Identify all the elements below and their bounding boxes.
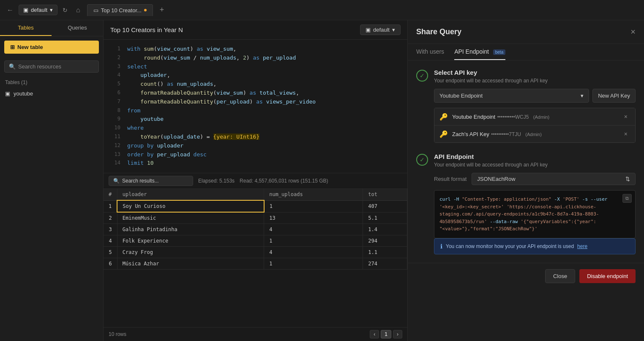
new-table-icon: ⊞ (10, 44, 15, 50)
cell-uploader: Galinha Pintadinha (117, 224, 264, 235)
new-api-key-button[interactable]: New API Key (592, 89, 636, 103)
search-resources-input[interactable]: 🔍 Search resources (4, 60, 99, 73)
share-body: ✓ Select API key Your endpoint will be a… (408, 60, 644, 263)
key-secret-zach: ••••••••••7TJU (491, 131, 521, 137)
share-title: Share Query (416, 27, 461, 36)
code-line-7: 7 formatReadableQuantity(per_upload) as … (104, 98, 407, 106)
share-panel-close-button[interactable]: × (630, 27, 636, 37)
api-key-select[interactable]: Youtube Endpoint ▾ (434, 89, 589, 103)
info-banner: ℹ You can now monitor how your your API … (434, 238, 636, 254)
code-line-13: 13 order by per_upload desc (104, 150, 407, 159)
curl-command-block: ⧉ curl -H "Content-Type: application/jso… (434, 190, 636, 238)
close-footer-button[interactable]: Close (545, 269, 575, 283)
selected-key-label: Youtube Endpoint (439, 93, 483, 99)
query-tab[interactable]: ▭ Top 10 Creator... (87, 4, 153, 16)
code-line-2: 2 round(view_sum / num_uploads, 2) as pe… (104, 54, 407, 63)
table-row[interactable]: 3 Galinha Pintadinha 4 1.4 (104, 224, 407, 235)
key-icon: 🔑 (439, 113, 448, 121)
info-link[interactable]: here (577, 243, 587, 249)
row-num: 3 (104, 224, 117, 235)
result-format-label: Result format (434, 176, 467, 182)
step1-desc: Your endpoint will be accessed through a… (434, 78, 636, 84)
sidebar-tabs: Tables Queries (0, 20, 103, 36)
step2-row: ✓ API Endpoint Your endpoint will be acc… (416, 153, 636, 254)
step2-title: API Endpoint (434, 153, 636, 160)
sidebar-tab-tables[interactable]: Tables (0, 20, 52, 36)
table-row[interactable]: 6 Música Azhar 1 274 (104, 258, 407, 270)
cell-tot: 274 (363, 258, 407, 270)
row-num: 2 (104, 212, 117, 224)
key-info-youtube: Youtube Endpoint ••••••••••WCJ5 (Admin) (452, 113, 622, 120)
db-badge[interactable]: ▣ default ▾ (360, 25, 401, 35)
row-num: 4 (104, 235, 117, 247)
query-tab-icon: ▭ (93, 7, 98, 14)
back-button[interactable]: ← (5, 5, 15, 16)
search-results-icon: 🔍 (113, 178, 120, 184)
result-format-row: Result format JSONEachRow ⇅ (434, 173, 636, 185)
query-tab-label: Top 10 Creator... (101, 7, 142, 14)
step2-content: API Endpoint Your endpoint will be acces… (434, 153, 636, 254)
result-format-select[interactable]: JSONEachRow ⇅ (472, 173, 636, 185)
cell-num-uploads: 4 (264, 247, 363, 258)
add-tab-button[interactable]: + (156, 4, 168, 16)
code-line-10: 10 where (104, 124, 407, 133)
search-results-input[interactable]: 🔍 Search results... (109, 176, 193, 186)
table-row[interactable]: 1 Soy Un Curioso 1 407 (104, 200, 407, 212)
sidebar: Tables Queries ⊞ New table 🔍 Search reso… (0, 20, 104, 341)
sidebar-tab-queries[interactable]: Queries (52, 20, 103, 36)
cell-num-uploads: 1 (264, 258, 363, 270)
col-header-rownum: # (104, 189, 117, 200)
copy-curl-button[interactable]: ⧉ (622, 194, 632, 203)
step1-check-icon: ✓ (420, 72, 425, 79)
search-placeholder: Search resources (18, 63, 61, 70)
info-text: You can now monitor how your your API en… (446, 243, 574, 249)
db-icon: ▣ (23, 7, 28, 13)
key-remove-youtube-button[interactable]: × (622, 112, 630, 121)
home-button[interactable]: ⌂ (73, 5, 84, 16)
code-line-14: 14 limit 10 (104, 159, 407, 168)
tables-heading: Tables (1) (0, 77, 103, 88)
table-name: youtube (14, 90, 33, 97)
cell-num-uploads: 4 (264, 224, 363, 235)
cell-uploader: EminemMusic (117, 212, 264, 224)
code-line-3: 3 select (104, 63, 407, 71)
col-header-num-uploads: num_uploads (264, 189, 363, 200)
prev-page-button[interactable]: ‹ (370, 330, 379, 338)
key-icon-2: 🔑 (439, 130, 448, 138)
refresh-button[interactable]: ↻ (61, 5, 69, 15)
search-icon: 🔍 (9, 63, 16, 70)
new-table-button[interactable]: ⊞ New table (4, 41, 99, 54)
beta-badge: beta (493, 49, 505, 55)
result-format-value: JSONEachRow (477, 176, 515, 182)
step2-circle: ✓ (416, 154, 428, 166)
code-editor[interactable]: 1 with sum(view_count) as view_sum, 2 ro… (104, 40, 407, 173)
key-info-zach: Zach's API Key ••••••••••7TJU (Admin) (452, 130, 622, 138)
next-page-button[interactable]: › (393, 330, 402, 338)
content-area: Top 10 Creators in Year N ▣ default ▾ 1 … (104, 20, 407, 341)
share-tab-api-endpoint[interactable]: API Endpoint beta (454, 44, 505, 60)
step1-circle: ✓ (416, 70, 428, 82)
results-table: # uploader num_uploads tot 1 Soy Un Curi… (104, 189, 407, 270)
code-line-1: 1 with sum(view_count) as view_sum, (104, 45, 407, 54)
key-role-youtube: (Admin) (533, 115, 550, 120)
cell-tot: 294 (363, 235, 407, 247)
disable-endpoint-button[interactable]: Disable endpoint (579, 269, 636, 283)
new-table-label: New table (17, 44, 43, 50)
code-line-4: 4 uploader, (104, 71, 407, 80)
cell-num-uploads: 1 (264, 235, 363, 247)
share-tab-with-users[interactable]: With users (416, 44, 444, 60)
row-num: 6 (104, 258, 117, 270)
rows-count: 10 rows (109, 331, 126, 337)
top-bar-left: ← ▣ default ▾ ↻ (5, 5, 69, 16)
cell-tot: 1.4 (363, 224, 407, 235)
share-footer: Close Disable endpoint (408, 263, 644, 289)
table-row[interactable]: 2 EminemMusic 13 5.1 (104, 212, 407, 224)
db-selector[interactable]: ▣ default ▾ (19, 5, 57, 15)
key-remove-zach-button[interactable]: × (622, 130, 630, 138)
sidebar-item-youtube[interactable]: ▣ youtube (0, 88, 103, 99)
results-table-wrap: # uploader num_uploads tot 1 Soy Un Curi… (104, 189, 407, 327)
key-name-zach: Zach's API Key (452, 131, 489, 137)
cell-tot: 5.1 (363, 212, 407, 224)
table-row[interactable]: 4 Folk Experience 1 294 (104, 235, 407, 247)
table-row[interactable]: 5 Crazy Frog 4 1.1 (104, 247, 407, 258)
